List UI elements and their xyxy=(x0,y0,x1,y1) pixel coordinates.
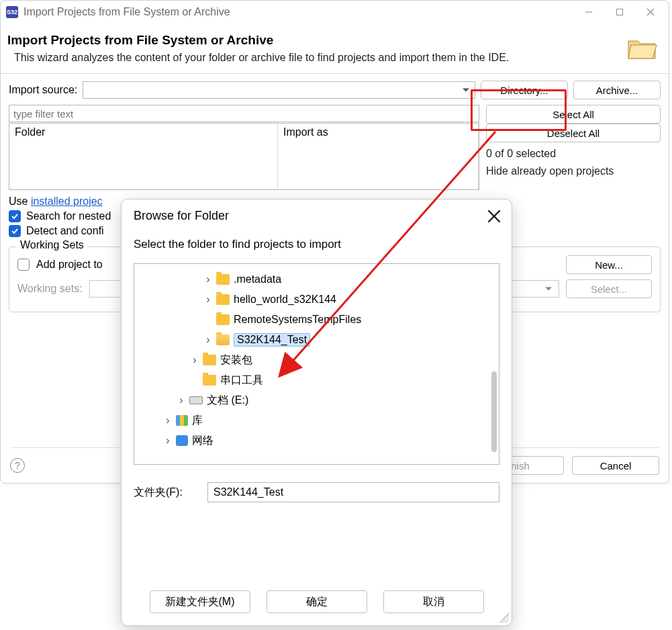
dialog-close-button[interactable] xyxy=(487,210,501,223)
wizard-title: Import Projects from File System or Arch… xyxy=(7,33,626,48)
tree-item-label: 串口工具 xyxy=(220,373,263,388)
new-ws-button[interactable]: New... xyxy=(566,255,652,274)
detect-configure-checkbox[interactable] xyxy=(9,225,21,237)
new-folder-button[interactable]: 新建文件夹(M) xyxy=(150,590,250,613)
dialog-cancel-button[interactable]: 取消 xyxy=(383,590,484,613)
search-nested-checkbox[interactable] xyxy=(9,210,21,222)
chevron-right-icon[interactable]: › xyxy=(164,435,172,447)
ok-button[interactable]: 确定 xyxy=(267,590,367,613)
tree-item-label: 安装包 xyxy=(220,353,252,367)
tree-item[interactable]: ›.metadata xyxy=(137,269,496,289)
folder-icon xyxy=(203,375,216,386)
maximize-button[interactable] xyxy=(604,2,635,22)
add-to-ws-checkbox[interactable] xyxy=(17,259,30,271)
tree-item[interactable]: ›S32K144_Test xyxy=(137,330,496,350)
tree-item-label: 网络 xyxy=(192,434,213,448)
folder-icon xyxy=(216,294,230,305)
check-icon xyxy=(11,212,19,220)
scrollbar-thumb[interactable] xyxy=(491,371,497,452)
select-ws-button: Select... xyxy=(566,279,652,298)
drive-icon xyxy=(189,396,203,404)
projects-table[interactable]: Folder Import as xyxy=(9,123,479,190)
tree-item-label: S32K144_Test xyxy=(234,333,310,347)
tree-item-label: .metadata xyxy=(234,273,281,285)
add-to-ws-label: Add project to xyxy=(36,259,103,271)
minimize-button[interactable] xyxy=(573,2,604,22)
tree-item[interactable]: ›安装包 xyxy=(137,350,496,370)
archive-button[interactable]: Archive... xyxy=(573,81,661,99)
import-source-combo[interactable] xyxy=(83,81,475,99)
app-icon: S32 xyxy=(6,6,18,18)
folder-open-icon xyxy=(216,334,230,345)
folder-icon xyxy=(216,314,230,325)
tree-item-label: hello_world_s32K144 xyxy=(234,294,336,306)
chevron-right-icon[interactable]: › xyxy=(164,414,172,426)
close-button[interactable] xyxy=(635,2,666,22)
working-sets-legend: Working Sets xyxy=(16,239,88,251)
tree-item[interactable]: ›hello_world_s32K144 xyxy=(137,289,496,310)
detect-configure-label: Detect and confi xyxy=(26,225,104,237)
installed-projects-link[interactable]: installed projec xyxy=(31,195,103,207)
titlebar: S32 Import Projects from File System or … xyxy=(1,1,669,24)
maximize-icon xyxy=(616,8,624,16)
help-icon[interactable]: ? xyxy=(10,458,25,473)
wizard-header: Import Projects from File System or Arch… xyxy=(1,24,669,74)
tree-item[interactable]: ›文档 (E:) xyxy=(137,390,496,410)
working-sets-label: Working sets: xyxy=(17,283,83,295)
cancel-button[interactable]: Cancel xyxy=(572,456,659,475)
column-import-as: Import as xyxy=(278,124,479,189)
chevron-right-icon[interactable]: › xyxy=(204,273,212,285)
resize-grip[interactable] xyxy=(499,613,509,623)
close-icon xyxy=(487,210,501,223)
close-icon xyxy=(646,8,655,16)
window-title: Import Projects from File System or Arch… xyxy=(23,6,573,18)
directory-button[interactable]: Directory... xyxy=(481,81,568,99)
folder-open-icon xyxy=(626,34,658,61)
filter-input[interactable] xyxy=(9,105,479,122)
deselect-all-button[interactable]: Deselect All xyxy=(486,124,661,142)
chevron-right-icon[interactable]: › xyxy=(204,294,212,306)
folder-tree[interactable]: ›.metadata›hello_world_s32K144RemoteSyst… xyxy=(134,263,499,465)
folder-field[interactable]: S32K144_Test xyxy=(207,482,499,502)
folder-icon xyxy=(203,355,216,365)
chevron-right-icon[interactable]: › xyxy=(191,354,199,366)
network-icon xyxy=(176,435,188,446)
search-nested-label: Search for nested xyxy=(26,210,111,222)
tree-item-label: 库 xyxy=(192,414,203,428)
tree-item[interactable]: RemoteSystemsTempFiles xyxy=(137,310,496,330)
select-all-button[interactable]: Select All xyxy=(486,105,661,124)
chevron-right-icon[interactable]: › xyxy=(204,334,212,346)
check-icon xyxy=(11,227,19,235)
dialog-subtitle: Select the folder to find projects to im… xyxy=(122,227,512,261)
tree-item[interactable]: 串口工具 xyxy=(137,370,496,390)
library-icon xyxy=(176,415,188,426)
svg-rect-1 xyxy=(617,9,623,15)
dialog-title: Browse for Folder xyxy=(134,209,487,223)
tree-item-label: RemoteSystemsTempFiles xyxy=(234,314,361,326)
wizard-description: This wizard analyzes the content of your… xyxy=(14,52,626,64)
column-folder: Folder xyxy=(9,124,278,189)
selected-count: 0 of 0 selected xyxy=(486,148,661,160)
chevron-right-icon[interactable]: › xyxy=(177,394,185,406)
browse-folder-dialog: Browse for Folder Select the folder to f… xyxy=(121,199,512,626)
tree-item[interactable]: ›网络 xyxy=(137,431,496,451)
folder-icon xyxy=(216,274,230,285)
import-source-label: Import source: xyxy=(9,84,77,96)
folder-field-label: 文件夹(F): xyxy=(134,486,199,500)
minimize-icon xyxy=(585,8,593,16)
tree-item-label: 文档 (E:) xyxy=(207,394,248,408)
tree-item[interactable]: ›库 xyxy=(137,410,496,431)
hide-open-projects-label: Hide already open projects xyxy=(486,165,661,177)
